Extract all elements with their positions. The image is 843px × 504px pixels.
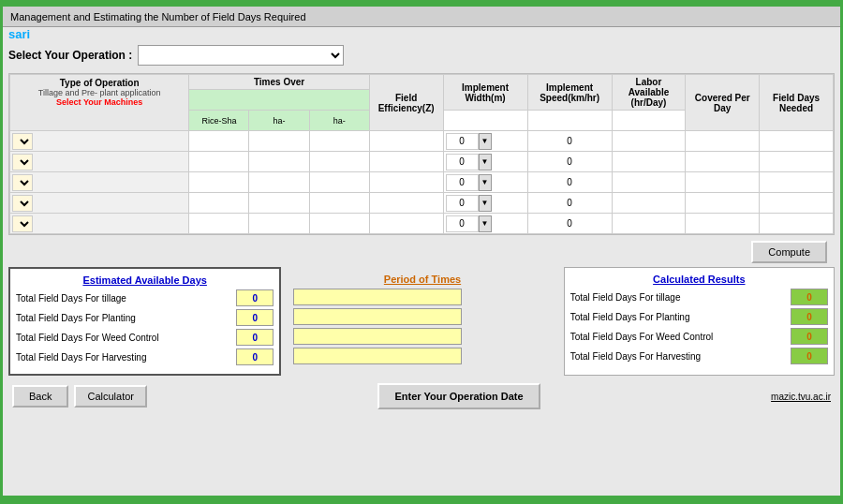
table-row: ▼ 0 bbox=[10, 172, 834, 193]
covered-5 bbox=[686, 214, 760, 234]
table-row: ▼ 0 bbox=[10, 214, 834, 234]
field-eff-1 bbox=[369, 131, 443, 152]
calc-label-4: Total Field Days For Harvesting bbox=[570, 351, 787, 362]
header-field-efficiency: Field Efficiency(Z) bbox=[369, 75, 443, 131]
compute-button[interactable]: Compute bbox=[751, 241, 827, 263]
period-input-1[interactable] bbox=[293, 289, 462, 305]
calculated-title: Calculated Results bbox=[570, 274, 828, 285]
header-width-blank bbox=[443, 111, 527, 131]
covered-2 bbox=[686, 152, 760, 172]
calc-input-1[interactable] bbox=[791, 289, 828, 305]
type-select-5[interactable] bbox=[12, 215, 33, 232]
times-sub-ha1: ha- bbox=[249, 111, 309, 131]
table-row: ▼ 0 bbox=[10, 131, 834, 152]
times-ha2-5 bbox=[309, 214, 369, 234]
period-row-3 bbox=[293, 328, 551, 345]
impl-speed-3: 0 bbox=[527, 172, 612, 193]
est-input-1[interactable] bbox=[236, 289, 274, 306]
calc-row-1: Total Field Days For tillage bbox=[570, 289, 828, 305]
calc-input-3[interactable] bbox=[791, 328, 828, 345]
est-row-2: Total Field Days For Planting bbox=[16, 309, 274, 326]
times-sub-ha2: ha- bbox=[309, 111, 369, 131]
title-text: Management and Estimating the Number of … bbox=[10, 11, 306, 22]
width-arrow-1[interactable]: ▼ bbox=[479, 133, 492, 150]
labor-2 bbox=[612, 152, 686, 172]
labor-5 bbox=[612, 214, 686, 234]
impl-speed-2: 0 bbox=[527, 152, 612, 172]
impl-speed-1: 0 bbox=[527, 131, 612, 152]
times-ha2-3 bbox=[309, 172, 369, 193]
impl-width-input-1[interactable] bbox=[446, 133, 479, 150]
calc-input-4[interactable] bbox=[791, 348, 828, 364]
type-select-4[interactable] bbox=[12, 195, 33, 212]
field-eff-5 bbox=[369, 214, 443, 234]
times-rice-3 bbox=[189, 172, 249, 193]
est-row-4: Total Field Days For Harvesting bbox=[16, 348, 274, 365]
header-labor-available: Labor Available (hr/Day) bbox=[612, 75, 686, 111]
est-row-3: Total Field Days For Weed Control bbox=[16, 329, 274, 346]
width-arrow-2[interactable]: ▼ bbox=[479, 154, 492, 170]
est-label-2: Total Field Days For Planting bbox=[16, 313, 232, 323]
width-arrow-5[interactable]: ▼ bbox=[479, 215, 492, 232]
back-button[interactable]: Back bbox=[12, 385, 68, 408]
field-eff-4 bbox=[369, 193, 443, 214]
period-input-4[interactable] bbox=[293, 348, 462, 364]
enter-date-button[interactable]: Enter Your Operation Date bbox=[377, 383, 540, 409]
days-1 bbox=[760, 131, 834, 152]
covered-4 bbox=[686, 193, 760, 214]
period-title: Period of Times bbox=[293, 274, 551, 285]
times-ha1-4 bbox=[249, 193, 309, 214]
days-4 bbox=[760, 193, 834, 214]
est-input-2[interactable] bbox=[236, 309, 274, 326]
type-select-3[interactable] bbox=[12, 174, 33, 191]
header-covered-per-day: Covered Per Day bbox=[686, 75, 760, 131]
header-times-over: Times Over bbox=[189, 75, 369, 90]
calc-input-2[interactable] bbox=[791, 308, 828, 325]
period-input-2[interactable] bbox=[293, 308, 462, 325]
app-brand: sari bbox=[8, 27, 835, 41]
calc-row-2: Total Field Days For Planting bbox=[570, 308, 828, 325]
type-select-1[interactable] bbox=[12, 133, 33, 150]
est-input-3[interactable] bbox=[236, 329, 274, 346]
times-rice-2 bbox=[189, 152, 249, 172]
times-ha1-2 bbox=[249, 152, 309, 172]
estimated-title: Estimated Available Days bbox=[16, 274, 274, 286]
header-field-days-needed: Field Days Needed bbox=[760, 75, 834, 131]
covered-1 bbox=[686, 131, 760, 152]
days-5 bbox=[760, 214, 834, 234]
days-2 bbox=[760, 152, 834, 172]
calc-label-1: Total Field Days For tillage bbox=[570, 292, 787, 303]
header-labor-blank bbox=[612, 111, 686, 131]
times-ha2-4 bbox=[309, 193, 369, 214]
times-rice-4 bbox=[189, 193, 249, 214]
impl-width-input-5[interactable] bbox=[446, 215, 479, 232]
calc-row-3: Total Field Days For Weed Control bbox=[570, 328, 828, 345]
operation-select[interactable] bbox=[138, 45, 344, 66]
type-select-2[interactable] bbox=[12, 154, 33, 170]
period-row-4 bbox=[293, 348, 551, 364]
width-arrow-4[interactable]: ▼ bbox=[479, 195, 492, 212]
est-input-4[interactable] bbox=[236, 348, 274, 365]
times-rice-1 bbox=[189, 131, 249, 152]
times-ha1-3 bbox=[249, 172, 309, 193]
times-ha1-1 bbox=[249, 131, 309, 152]
field-eff-3 bbox=[369, 172, 443, 193]
calculator-button[interactable]: Calculator bbox=[74, 385, 147, 408]
calc-row-4: Total Field Days For Harvesting bbox=[570, 348, 828, 364]
days-3 bbox=[760, 172, 834, 193]
impl-width-input-2[interactable] bbox=[446, 154, 479, 170]
width-arrow-3[interactable]: ▼ bbox=[479, 174, 492, 191]
times-rice-5 bbox=[189, 214, 249, 234]
table-row: ▼ 0 bbox=[10, 152, 834, 172]
period-row-1 bbox=[293, 289, 551, 305]
times-ha1-5 bbox=[249, 214, 309, 234]
est-label-1: Total Field Days For tillage bbox=[16, 293, 232, 304]
impl-speed-4: 0 bbox=[527, 193, 612, 214]
labor-3 bbox=[612, 172, 686, 193]
header-implement-width: Implement Width(m) bbox=[443, 75, 527, 111]
table-row: ▼ 0 bbox=[10, 193, 834, 214]
impl-width-input-4[interactable] bbox=[446, 195, 479, 212]
period-input-3[interactable] bbox=[293, 328, 462, 345]
footer-brand: mazic.tvu.ac.ir bbox=[771, 392, 831, 402]
impl-width-input-3[interactable] bbox=[446, 174, 479, 191]
